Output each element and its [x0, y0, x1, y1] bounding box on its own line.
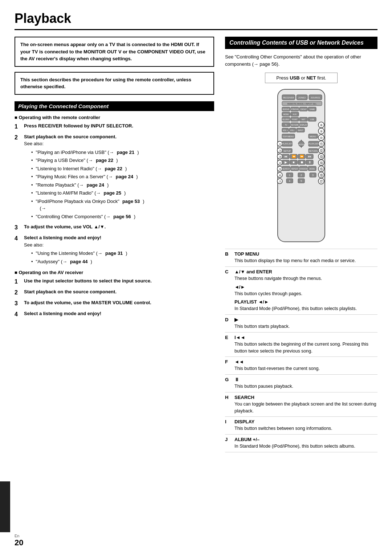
page-title: Playback [15, 11, 377, 30]
av-step-num-4: 4 [15, 310, 21, 319]
table-row-H: H SEARCH You can toggle between the play… [225, 392, 377, 417]
label-B: TOP MENU [234, 251, 377, 257]
letter-J: J [225, 437, 231, 442]
label-G: ⏸ [234, 377, 377, 382]
desc-F: This button fast-reverses the current so… [234, 365, 377, 372]
label-C2: ◄/► [234, 284, 377, 290]
svg-text:INPUT: INPUT [298, 129, 303, 131]
press-usb-box: Press USB or NET first. [265, 73, 338, 83]
content-G: ⏸ This button pauses playback. [234, 377, 377, 390]
intro-box-2: This section describes the procedure for… [15, 72, 214, 95]
av-step-num-2: 2 [15, 288, 21, 297]
svg-text:DISPLAY: DISPLAY [300, 124, 307, 126]
remote-illustration: RECEIVER ZONE2 SOURCE REMOTE MODE / INPU… [263, 87, 339, 244]
av-step-4: 4 Select a listening mode and enjoy! [15, 310, 214, 319]
svg-text:⏮: ⏮ [284, 155, 287, 158]
press-usb-text: Press USB or NET first. [276, 75, 326, 81]
svg-text:②: ② [279, 149, 281, 152]
bullet-1: "Playing an iPod/iPhone via USB" (→ page… [31, 149, 144, 156]
bullet-3: "Listening to Internet Radio" (→ page 22… [31, 165, 144, 172]
av-step-1: 1 Use the input selector buttons to sele… [15, 277, 214, 286]
svg-text:RANDOM: RANDOM [299, 168, 307, 170]
page: Playback The on-screen menus appear only… [0, 0, 392, 554]
desc-C: These buttons navigate through the menus… [234, 275, 377, 282]
step-num-4: 4 [15, 234, 21, 266]
svg-text:REPEAT: REPEAT [291, 168, 298, 170]
letter-D: D [225, 317, 231, 322]
step-4-bullets: "Using the Listening Modes" (→ page 31) … [31, 250, 127, 265]
svg-text:⑥: ⑥ [279, 174, 281, 177]
svg-text:MENU: MENU [310, 135, 316, 138]
av-step-3-content: To adjust the volume, use the MASTER VOL… [24, 299, 151, 308]
step-4-text: Select a listening mode and enjoy! [24, 235, 101, 240]
svg-text:VOL -: VOL - [290, 129, 295, 131]
svg-text:■: ■ [293, 160, 294, 164]
svg-text:VOL +: VOL + [283, 129, 288, 131]
bullet-8: "Controlling Other Components" (→ page 5… [31, 213, 144, 220]
table-row-J: J ALBUM +/– In Standard Mode (iPod/iPhon… [225, 435, 377, 452]
svg-text:⑤: ⑤ [279, 168, 281, 171]
desc-B: This button displays the top menu for ea… [234, 257, 377, 264]
step-2-content: Start playback on the source component. … [24, 133, 144, 221]
svg-text:4: 4 [289, 180, 290, 182]
table-row-E: E I◄◄ This button selects the beginning … [225, 333, 377, 357]
svg-text:AUX: AUX [293, 113, 297, 115]
see-also-1: See also: [24, 141, 44, 146]
svg-text:⏭: ⏭ [308, 155, 311, 158]
label-F: ◄◄ [234, 359, 377, 364]
svg-text:⑧: ⑧ [320, 123, 323, 127]
desc-E: This button selects the beginning of the… [234, 341, 377, 355]
desc-J: In Standard Mode (iPod/iPhone), this but… [234, 443, 377, 450]
svg-text:⑯: ⑯ [320, 174, 323, 177]
av-step-1-text: Use the input selector buttons to select… [24, 278, 152, 284]
right-section-header: Controlling Contents of USB or Network D… [225, 37, 377, 49]
label-D: ▶ [234, 317, 377, 322]
svg-text:⑪: ⑪ [320, 142, 323, 146]
letter-F: F [225, 359, 231, 364]
svg-text:⏪: ⏪ [292, 154, 296, 159]
bullet-5: "Remote Playback" (→ page 24) [31, 182, 144, 189]
remote-step-1: 1 Press RECEIVER followed by INPUT SELEC… [15, 122, 214, 131]
svg-text:MODE: MODE [283, 113, 289, 115]
step-num-1: 1 [15, 122, 21, 131]
label-E: I◄◄ [234, 335, 377, 340]
letter-I: I [225, 419, 231, 424]
svg-text:USB: USB [310, 118, 314, 121]
svg-text:①: ① [279, 143, 281, 146]
svg-text:NET: NET [302, 118, 305, 121]
remote-steps-list: 1 Press RECEIVER followed by INPUT SELEC… [15, 122, 214, 266]
step-2-bullets: "Playing an iPod/iPhone via USB" (→ page… [31, 149, 144, 220]
table-row-G: G ⏸ This button pauses playback. [225, 375, 377, 392]
step-3-content: To adjust the volume, use VOL ▲/▼. [24, 223, 106, 232]
page-number: 20 [15, 538, 23, 547]
svg-text:⑮: ⑮ [320, 167, 323, 171]
av-step-3-text: To adjust the volume, use the MASTER VOL… [24, 300, 151, 305]
content-H: SEARCH You can toggle between the playba… [234, 395, 377, 415]
intro-box-1: The on-screen menus appear only on a TV … [15, 37, 214, 67]
svg-text:⑫: ⑫ [320, 149, 323, 152]
svg-text:⑦: ⑦ [279, 180, 281, 183]
label-C: ▲/▼ and ENTER [234, 269, 377, 274]
en-label: En [15, 534, 19, 538]
content-J: ALBUM +/– In Standard Mode (iPod/iPhone)… [234, 437, 377, 450]
content-B: TOP MENU This button displays the top me… [234, 251, 377, 264]
av-step-3: 3 To adjust the volume, use the MASTER V… [15, 299, 214, 308]
svg-text:③: ③ [279, 155, 281, 159]
step-1-content: Press RECEIVER followed by INPUT SELECTO… [24, 122, 133, 131]
bullet-10: "Audyssey" (→ page 44) [31, 258, 127, 265]
av-step-4-text: Select a listening mode and enjoy! [24, 311, 101, 316]
see-also-2: See also: [24, 242, 44, 248]
content-D: ▶ This button starts playback. [234, 317, 377, 330]
step-4-content: Select a listening mode and enjoy! See a… [24, 234, 127, 266]
svg-text:TV: TV [285, 124, 287, 126]
svg-text:⏺: ⏺ [300, 160, 303, 164]
intro-text-2: This section describes the procedure for… [20, 77, 191, 90]
table-row-B: B TOP MENU This button displays the top … [225, 249, 377, 267]
svg-text:ZONE2: ZONE2 [298, 97, 306, 99]
subsection2-label: Operating on the AV receiver [15, 270, 214, 275]
step-2-text: Start playback on the source component. [24, 134, 117, 139]
svg-text:▶: ▶ [285, 160, 287, 164]
av-step-2-content: Start playback on the source component. [24, 288, 117, 297]
svg-text:MODE: MODE [310, 168, 315, 170]
content-I: DISPLAY This button switches between son… [234, 419, 377, 432]
